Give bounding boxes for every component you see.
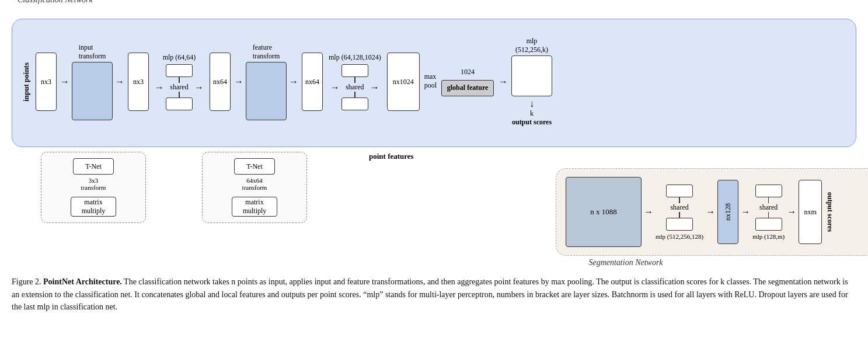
mlp-512-256-k-node [511, 55, 552, 96]
upper-section: Classification Network input points nx3 … [12, 6, 856, 267]
mlp-512-256-k-header: mlp(512,256,k) [515, 37, 548, 54]
tnet-2-box: T-Net 64x64transform matrixmultiply [202, 152, 307, 223]
arrow-1: → [60, 76, 69, 87]
seg-nx128-node: nx128 [717, 180, 738, 244]
nx1024-node: nx1024 [387, 53, 420, 111]
seg-mlp-128-box-top [755, 185, 782, 197]
seg-mlp-box-top [666, 185, 693, 197]
mlp-64-64-section: mlp (64,64) → shared → [155, 53, 204, 110]
tnet-1-wrapper: T-Net 3x3transform matrixmultiply [41, 152, 146, 223]
diagram-container: Classification Network input points nx3 … [12, 6, 856, 314]
mlp-vline-2 [179, 92, 180, 98]
shared-mlp-64-64: shared [166, 64, 193, 110]
global-feature-box: global feature [441, 80, 494, 96]
seg-arrow-3: → [741, 207, 750, 217]
seg-mlp-128-m-label: mlp (128,m) [752, 233, 785, 240]
arrow-8: → [370, 82, 379, 93]
nx3-node-1: nx3 [36, 53, 57, 111]
segmentation-network-label: Segmentation Network [334, 258, 868, 267]
mlp-box-top-2 [341, 64, 368, 77]
shared-mlp-64-128-1024: shared [341, 64, 368, 110]
nx3-node-2: nx3 [128, 53, 149, 111]
mlp-64-128-1024-header: mlp (64,128,1024) [329, 53, 381, 62]
seg-shared-2-label: shared [759, 203, 778, 212]
seg-shared-1-label: shared [670, 203, 688, 212]
point-features-header: point features [369, 152, 868, 161]
nx64-node-1: nx64 [210, 53, 231, 111]
feature-transform-node [246, 62, 287, 120]
caption: Figure 2. PointNet Architecture. The cla… [12, 276, 856, 314]
mlp-box-top-1 [166, 64, 193, 77]
tnet-2-node: T-Net [234, 158, 275, 175]
global-feature-label: global feature [447, 83, 489, 92]
seg-mlp-128-m-block: shared mlp (128,m) [752, 185, 785, 240]
seg-nxm-block: nxm [799, 180, 822, 244]
nx64-node-2: nx64 [302, 53, 323, 111]
mlp-vline-3 [354, 77, 355, 83]
mlp-box-bot-1 [166, 98, 193, 110]
seg-inner: n x 1088 → shared [566, 177, 868, 247]
classification-network-label: Classification Network [18, 0, 93, 5]
output-scores-label: output scores [512, 118, 552, 127]
seg-nx128-block: nx128 [717, 180, 738, 244]
arrow-3: → [155, 82, 164, 93]
bottom-section: T-Net 3x3transform matrixmultiply T-N [12, 152, 856, 267]
caption-title: PointNet Architecture. [43, 277, 122, 286]
nx3-block-1: nx3 [36, 53, 57, 111]
input-transform-node [72, 62, 113, 120]
classification-network-wrapper: Classification Network input points nx3 … [12, 6, 856, 147]
seg-nx1088-label: n x 1088 [590, 207, 617, 217]
seg-arrow-1: → [644, 207, 653, 217]
mlp-vline-1 [179, 77, 180, 83]
input-transform-block: inputtransform [72, 43, 113, 120]
k-label: k [530, 109, 534, 118]
seg-arrow-2: → [706, 207, 715, 217]
feature-transform-block: featuretransform [246, 43, 287, 120]
nx64-block-2: nx64 [302, 53, 323, 111]
seg-arrow-4: → [787, 207, 796, 217]
nx64-block-1: nx64 [210, 53, 231, 111]
seg-output-scores-label: output scores [825, 192, 834, 232]
arrow-6: → [289, 76, 298, 87]
max-pool-section: maxpool [424, 72, 437, 91]
figure-num: Figure 2. [12, 277, 41, 286]
tnet-1-transform-label: 3x3transform [81, 177, 106, 191]
seg-mlp-box-bot [666, 218, 693, 231]
max-pool-header: maxpool [424, 72, 437, 90]
arrow-k-down: ↓ [529, 99, 534, 109]
arrow-5: → [234, 76, 243, 87]
tnet-1-left: T-Net 3x3transform [73, 158, 114, 191]
tnet-1-inner: T-Net 3x3transform [73, 158, 114, 191]
seg-mlp-512-256-128-label: mlp (512,256,128) [656, 233, 703, 240]
tnet-2-transform-label: 64x64transform [242, 177, 267, 191]
classification-network-box: input points nx3 → inputtransform [12, 19, 856, 147]
shared-label-1: shared [170, 83, 188, 92]
seg-nx1088-box: n x 1088 [566, 177, 642, 247]
mlp-vline-4 [354, 92, 355, 98]
arrow-2: → [115, 76, 124, 87]
caption-text: The classification network takes n point… [12, 277, 848, 311]
tnet-2-wrapper: T-Net 64x64transform matrixmultiply [202, 152, 307, 223]
mlp-box-bot-2 [341, 98, 368, 110]
global-feature-section: 1024 global feature [441, 68, 494, 96]
seg-mlp-128-box-bot [755, 218, 782, 231]
arrow-4: → [194, 82, 204, 93]
mlp-64-128-1024-section: mlp (64,128,1024) → shared → [329, 53, 381, 110]
tnet-2-left: T-Net 64x64transform [234, 158, 275, 191]
mlp-64-64-header: mlp (64,64) [163, 53, 196, 62]
nx3-block-2: nx3 [128, 53, 149, 111]
shared-label-2: shared [346, 83, 364, 92]
tnet-1-matrix-box: matrixmultiply [71, 197, 116, 217]
arrow-9: → [499, 76, 508, 87]
input-points-label: input points [22, 62, 31, 102]
tnet-1-node: T-Net [73, 158, 114, 175]
tnet-2-matrix: matrixmultiply [232, 194, 277, 217]
segmentation-network-box: n x 1088 → shared [556, 168, 868, 256]
seg-nxm-label: nxm [804, 208, 817, 217]
input-transform-header: inputtransform [79, 43, 106, 61]
n1024-label: 1024 [461, 68, 475, 76]
seg-nx128-label: nx128 [724, 203, 733, 221]
nx1024-block: nx1024 [387, 53, 420, 111]
tnet-2-matrix-box: matrixmultiply [232, 197, 277, 217]
seg-mlp-512-256-128-block: shared mlp (512,256,128) [656, 185, 703, 240]
